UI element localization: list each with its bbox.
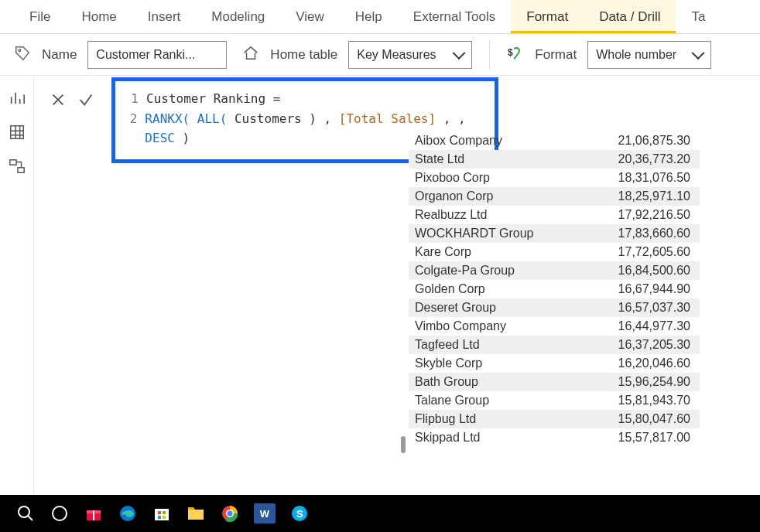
table-row[interactable]: Organon Corp18,25,971.10 [409, 187, 700, 206]
company-value: 16,84,500.60 [618, 264, 690, 278]
company-name: Pixoboo Corp [415, 171, 490, 185]
svg-rect-9 [93, 510, 94, 520]
svg-rect-11 [155, 509, 169, 520]
table-row[interactable]: Skyble Corp16,20,046.60 [409, 354, 700, 373]
svg-rect-15 [163, 516, 166, 519]
cancel-formula-button[interactable] [48, 90, 68, 110]
word-icon[interactable]: W [254, 503, 276, 523]
property-bar: Name Home table Key Measures $ Format Wh… [0, 34, 760, 76]
formula-line-1: Customer Ranking = [146, 89, 280, 109]
model-view-icon[interactable] [9, 158, 26, 175]
company-value: 17,83,660.60 [618, 227, 690, 240]
table-row[interactable]: Flipbug Ltd15,80,047.60 [409, 410, 700, 428]
skype-icon[interactable]: S [289, 503, 310, 523]
data-table[interactable]: Aibox Company21,06,875.30State Ltd20,36,… [409, 131, 700, 447]
table-row[interactable]: State Ltd20,36,773.20 [409, 150, 700, 169]
company-name: Skyble Corp [415, 356, 482, 370]
tab-external-tools[interactable]: External Tools [398, 0, 511, 33]
tab-modeling[interactable]: Modeling [196, 0, 280, 33]
tab-help[interactable]: Help [340, 0, 398, 33]
tab-more[interactable]: Ta [676, 0, 721, 33]
tag-icon [14, 45, 31, 65]
tab-file[interactable]: File [14, 0, 66, 33]
table-row[interactable]: Kare Corp17,72,605.60 [409, 243, 700, 261]
home-table-select[interactable]: Key Measures [348, 41, 472, 69]
table-row[interactable]: Tagfeed Ltd16,37,205.30 [409, 336, 700, 354]
sidebar [0, 76, 34, 495]
table-row[interactable]: Golden Corp16,67,944.90 [409, 280, 700, 298]
company-value: 16,44,977.30 [618, 319, 690, 333]
table-row[interactable]: Colgate-Pa Group16,84,500.60 [409, 261, 700, 280]
commit-formula-button[interactable] [76, 90, 96, 110]
tab-view[interactable]: View [280, 0, 340, 33]
tab-format[interactable]: Format [511, 0, 584, 33]
table-row[interactable]: WOCKHARDT Group17,83,660.60 [409, 224, 700, 243]
company-value: 21,06,875.30 [618, 134, 690, 148]
canvas: 1 Customer Ranking = 2 RANKX( ALL( Custo… [34, 76, 760, 495]
store-gift-icon[interactable] [84, 503, 104, 523]
company-value: 15,57,817.00 [618, 431, 690, 445]
data-view-icon[interactable] [9, 124, 26, 141]
company-name: Skippad Ltd [415, 431, 481, 445]
chrome-icon[interactable] [220, 503, 240, 523]
company-name: Aibox Company [415, 134, 502, 148]
format-icon: $ [507, 45, 524, 65]
svg-point-6 [53, 506, 67, 520]
company-value: 16,57,037.30 [618, 301, 690, 315]
company-value: 18,31,076.50 [618, 171, 690, 185]
company-value: 17,92,216.50 [618, 208, 690, 222]
table-row[interactable]: Vimbo Company16,44,977.30 [409, 317, 700, 336]
home-table-label: Home table [270, 47, 337, 63]
table-row[interactable]: Deseret Group16,57,037.30 [409, 298, 700, 317]
company-value: 20,36,773.20 [618, 152, 690, 166]
cortana-icon[interactable] [50, 503, 70, 523]
windows-taskbar: W S [0, 495, 760, 532]
company-name: WOCKHARDT Group [415, 227, 534, 240]
company-name: Flipbug Ltd [415, 412, 476, 426]
svg-rect-14 [158, 516, 161, 519]
ms-store-icon[interactable] [152, 503, 172, 523]
format-label: Format [535, 47, 577, 63]
name-input[interactable] [87, 41, 227, 69]
svg-rect-3 [9, 160, 15, 165]
name-label: Name [42, 47, 77, 63]
company-name: State Ltd [415, 152, 464, 166]
svg-rect-4 [17, 168, 23, 172]
svg-rect-12 [158, 511, 161, 514]
file-explorer-icon[interactable] [186, 503, 206, 523]
svg-rect-16 [188, 510, 204, 520]
table-row[interactable]: Skippad Ltd15,57,817.00 [409, 428, 700, 447]
company-value: 15,81,943.70 [618, 394, 690, 408]
line-number: 2 [125, 109, 137, 148]
separator [489, 40, 490, 70]
company-name: Vimbo Company [415, 319, 506, 333]
table-row[interactable]: Aibox Company21,06,875.30 [409, 131, 700, 150]
company-name: Colgate-Pa Group [415, 264, 515, 278]
svg-text:$: $ [508, 46, 513, 57]
table-row[interactable]: Bath Group15,96,254.90 [409, 373, 700, 391]
company-name: Realbuzz Ltd [415, 208, 487, 222]
svg-point-5 [19, 506, 29, 517]
svg-rect-13 [163, 511, 166, 514]
company-name: Golden Corp [415, 282, 485, 296]
company-name: Deseret Group [415, 301, 496, 315]
line-number: 1 [125, 89, 139, 109]
search-icon[interactable] [15, 503, 36, 523]
home-icon [242, 45, 259, 65]
tab-insert[interactable]: Insert [132, 0, 197, 33]
svg-text:S: S [296, 508, 303, 520]
company-value: 18,25,971.10 [618, 189, 690, 203]
ribbon-tabs: File Home Insert Modeling View Help Exte… [0, 0, 760, 34]
table-row[interactable]: Pixoboo Corp18,31,076.50 [409, 169, 700, 187]
tab-home[interactable]: Home [66, 0, 132, 33]
table-row[interactable]: Realbuzz Ltd17,92,216.50 [409, 206, 700, 224]
scrollbar-thumb[interactable] [401, 436, 406, 453]
edge-icon[interactable] [118, 503, 138, 523]
format-select[interactable]: Whole number [587, 41, 711, 69]
tab-data-drill[interactable]: Data / Drill [584, 0, 676, 33]
report-view-icon[interactable] [9, 90, 26, 107]
table-row[interactable]: Talane Group15,81,943.70 [409, 391, 700, 410]
company-value: 16,37,205.30 [618, 338, 690, 352]
svg-point-0 [19, 49, 21, 51]
company-name: Organon Corp [415, 189, 493, 203]
